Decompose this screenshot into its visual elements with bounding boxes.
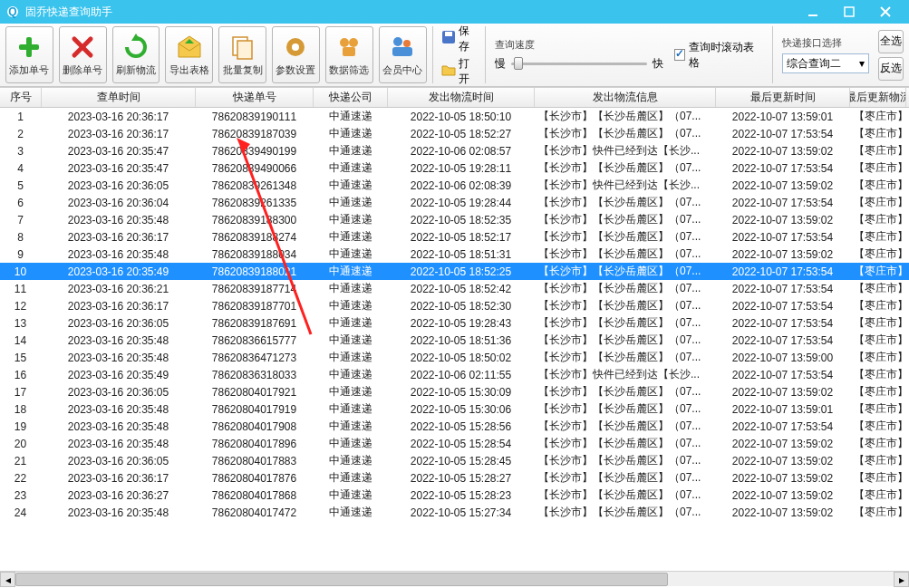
svg-point-19 [393, 37, 402, 46]
plus-icon [15, 34, 43, 61]
app-icon: Q [5, 5, 20, 19]
fast-label: 快 [653, 56, 663, 72]
close-button[interactable] [867, 2, 904, 22]
users-icon [389, 34, 416, 61]
table-row[interactable]: 72023-03-16 20:35:4878620839188300中通速递20… [0, 211, 909, 228]
table-row[interactable]: 212023-03-16 20:36:0578620804017883中通速递2… [0, 452, 909, 469]
col-comp[interactable]: 快递公司 [314, 88, 388, 107]
svg-point-15 [292, 43, 299, 51]
copy-icon [229, 34, 256, 61]
maximize-button[interactable] [831, 2, 867, 22]
col-last[interactable]: 最后更新物流 [850, 88, 906, 107]
settings-button[interactable]: 参数设置 [272, 26, 320, 83]
svg-point-20 [403, 40, 411, 47]
data-table: 序号 查单时间 快递单号 快递公司 发出物流时间 发出物流信息 最后更新时间 最… [0, 87, 909, 571]
table-header: 序号 查单时间 快递单号 快递公司 发出物流时间 发出物流信息 最后更新时间 最… [0, 88, 909, 108]
copy-button[interactable]: 批量复制 [218, 26, 266, 83]
col-seq[interactable]: 序号 [0, 88, 42, 107]
table-row[interactable]: 232023-03-16 20:36:2778620804017868中通速递2… [0, 487, 909, 504]
delete-number-button[interactable]: 删除单号 [59, 26, 107, 83]
window-title: 固乔快递查询助手 [25, 5, 795, 20]
title-bar: Q 固乔快递查询助手 [0, 0, 909, 24]
chevron-down-icon: ▾ [859, 57, 865, 70]
slow-label: 慢 [495, 56, 506, 72]
svg-text:Q: Q [8, 5, 16, 18]
table-row[interactable]: 152023-03-16 20:35:4878620836471273中通速递2… [0, 349, 909, 366]
speed-group: 查询速度 慢 快 [485, 26, 663, 83]
svg-rect-18 [343, 47, 355, 56]
col-upd[interactable]: 最后更新时间 [716, 88, 850, 107]
svg-point-17 [349, 38, 358, 47]
table-row[interactable]: 102023-03-16 20:35:4978620839188021中通速递2… [0, 263, 909, 280]
scroll-left-button[interactable]: ◂ [0, 572, 15, 587]
table-row[interactable]: 192023-03-16 20:35:4878620804017908中通速递2… [0, 418, 909, 435]
table-row[interactable]: 132023-03-16 20:36:0578620839187691中通速递2… [0, 314, 909, 332]
table-row[interactable]: 222023-03-16 20:36:1778620804017876中通速递2… [0, 469, 909, 487]
folder-open-icon [440, 62, 457, 81]
save-icon [440, 29, 457, 48]
table-row[interactable]: 162023-03-16 20:35:4978620836318033中通速递2… [0, 366, 909, 383]
svg-rect-23 [445, 32, 452, 36]
col-info[interactable]: 发出物流信息 [535, 88, 716, 107]
filter-icon [335, 34, 363, 61]
table-row[interactable]: 242023-03-16 20:35:4878620804017472中通速递2… [0, 504, 909, 521]
api-combobox[interactable]: 综合查询二 ▾ [782, 53, 869, 73]
api-title: 快递接口选择 [782, 36, 869, 50]
speed-title: 查询速度 [495, 38, 663, 52]
member-button[interactable]: 会员中心 [379, 26, 427, 83]
svg-rect-21 [392, 47, 412, 56]
table-row[interactable]: 52023-03-16 20:36:0578620839261348中通速递20… [0, 177, 909, 194]
table-row[interactable]: 32023-03-16 20:35:4778620839490199中通速递20… [0, 142, 909, 159]
svg-rect-3 [845, 7, 854, 16]
filter-button[interactable]: 数据筛选 [325, 26, 373, 83]
table-row[interactable]: 42023-03-16 20:35:4778620839490066中通速递20… [0, 159, 909, 177]
toolbar: 添加单号 删除单号 刷新物流 导出表格 批量复制 参数设置 数据筛选 会员中心 … [0, 24, 909, 87]
scroll-thumb[interactable] [15, 573, 668, 586]
table-row[interactable]: 12023-03-16 20:36:1778620839190111中通速递20… [0, 108, 909, 125]
svg-point-16 [340, 38, 349, 47]
delete-icon [69, 34, 96, 61]
col-num[interactable]: 快递单号 [196, 88, 314, 107]
table-row[interactable]: 122023-03-16 20:36:1778620839187701中通速递2… [0, 297, 909, 314]
table-row[interactable]: 202023-03-16 20:35:4878620804017896中通速递2… [0, 435, 909, 452]
invert-select-button[interactable]: 反选 [878, 57, 904, 81]
checkbox-icon [674, 49, 685, 61]
scroll-right-button[interactable]: ▸ [894, 572, 909, 587]
svg-rect-7 [19, 44, 39, 50]
table-row[interactable]: 142023-03-16 20:35:4878620836615777中通速递2… [0, 332, 909, 349]
table-row[interactable]: 112023-03-16 20:36:2178620839187714中通速递2… [0, 280, 909, 297]
table-row[interactable]: 92023-03-16 20:35:4878620839188034中通速递20… [0, 246, 909, 263]
minimize-button[interactable] [795, 2, 831, 22]
export-button[interactable]: 导出表格 [165, 26, 213, 83]
table-row[interactable]: 82023-03-16 20:36:1778620839188274中通速递20… [0, 228, 909, 246]
refresh-icon [122, 34, 150, 61]
svg-rect-13 [237, 41, 252, 59]
export-icon [176, 34, 203, 61]
save-button[interactable]: 保存 [440, 24, 477, 54]
select-all-button[interactable]: 全选 [878, 30, 904, 53]
gear-icon [282, 34, 309, 61]
table-row[interactable]: 22023-03-16 20:36:1778620839187039中通速递20… [0, 125, 909, 142]
add-number-button[interactable]: 添加单号 [5, 26, 53, 83]
table-row[interactable]: 62023-03-16 20:36:0478620839261335中通速递20… [0, 194, 909, 211]
col-send[interactable]: 发出物流时间 [388, 88, 535, 107]
api-group: 快递接口选择 综合查询二 ▾ [772, 26, 869, 83]
scroll-checkbox[interactable]: 查询时滚动表格 [674, 40, 758, 71]
table-row[interactable]: 172023-03-16 20:36:0578620804017921中通速递2… [0, 383, 909, 400]
horizontal-scrollbar[interactable]: ◂ ▸ [0, 571, 909, 586]
speed-slider[interactable] [511, 55, 647, 72]
col-time[interactable]: 查单时间 [42, 88, 196, 107]
refresh-button[interactable]: 刷新物流 [112, 26, 160, 83]
table-row[interactable]: 182023-03-16 20:35:4878620804017919中通速递2… [0, 400, 909, 418]
open-button[interactable]: 打开 [440, 56, 477, 87]
